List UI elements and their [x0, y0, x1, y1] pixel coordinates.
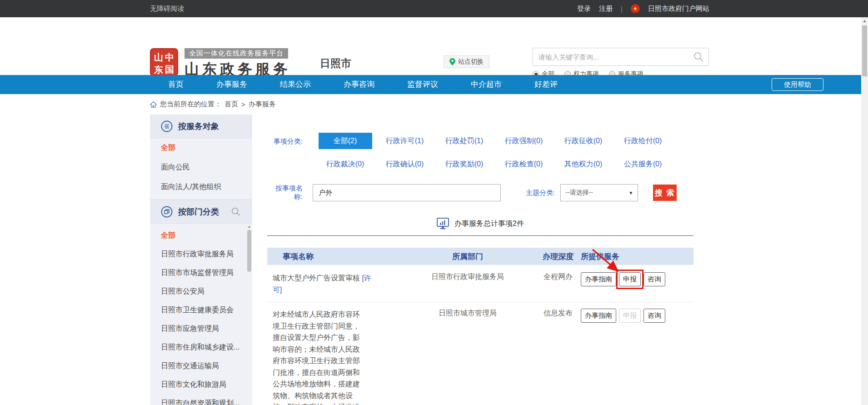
- dept-item[interactable]: 日照市交通运输局: [150, 357, 252, 375]
- tab-other-powers[interactable]: 其他权力(0): [554, 156, 613, 172]
- breadcrumb-home-link[interactable]: 首页: [224, 100, 238, 109]
- item-name-text[interactable]: 对未经城市人民政府市容环境卫生行政主管部门同意，擅自设置大型户外广告，影响市容的…: [267, 309, 381, 405]
- result-summary-text: 办事服务总计事项2件: [454, 219, 524, 229]
- nav-item-supervision[interactable]: 监督评议: [407, 75, 438, 94]
- col-header-depth: 办理深度: [535, 251, 581, 262]
- tab-public-service[interactable]: 公共服务(0): [613, 156, 673, 172]
- register-link[interactable]: 注册: [599, 5, 613, 13]
- nav-item-services[interactable]: 办事服务: [216, 75, 247, 94]
- keyword-search-box: [533, 48, 709, 66]
- login-link[interactable]: 登录: [577, 5, 591, 13]
- breadcrumb: 您当前所在的位置： 首页 > 办事服务: [150, 94, 868, 115]
- seal-char: 中: [164, 51, 175, 64]
- search-button[interactable]: 搜 索: [653, 185, 677, 201]
- apply-button[interactable]: 申报: [619, 272, 641, 286]
- col-header-item-name: 事项名称: [267, 251, 400, 262]
- item-name-label: 按事项名称:: [267, 184, 303, 201]
- portal-link[interactable]: 日照市政府门户网站: [648, 5, 709, 13]
- sidebar-scrollbar[interactable]: ▲: [247, 224, 252, 405]
- tab-administrative-inspection[interactable]: 行政检查(0): [494, 156, 554, 172]
- platform-tagline: 全国一体化在线政务服务平台: [185, 48, 288, 59]
- shandong-seal-icon: 山 中 东 国: [150, 48, 178, 76]
- result-summary: 办事服务总计事项2件: [267, 218, 693, 230]
- search-icon[interactable]: [693, 51, 704, 62]
- tab-administrative-levy[interactable]: 行政征收(0): [554, 133, 613, 149]
- scrollbar-thumb[interactable]: [862, 25, 867, 76]
- caret-down-icon: ▼: [629, 190, 633, 195]
- breadcrumb-current-link[interactable]: 办事服务: [249, 100, 276, 109]
- dept-item-all[interactable]: 全部: [150, 226, 252, 245]
- dept-item[interactable]: 日照市公安局: [150, 282, 252, 301]
- seal-char: 东: [153, 64, 164, 76]
- topic-select[interactable]: --请选择-- ▼: [560, 184, 638, 201]
- dept-item[interactable]: 日照市市场监督管理局: [150, 264, 252, 282]
- sidebar-item-citizens[interactable]: 面向公民: [150, 158, 252, 177]
- sidebar-item-legal-persons[interactable]: 面向法人/其他组织: [150, 177, 252, 197]
- nav-item-intermediary[interactable]: 中介超市: [471, 75, 502, 94]
- service-target-title: 按服务对象: [178, 121, 219, 132]
- department-search-icon[interactable]: [231, 207, 241, 217]
- nav-item-rating[interactable]: 好差评: [534, 75, 558, 94]
- tab-administrative-payment[interactable]: 行政给付(0): [613, 133, 673, 149]
- sidebar-item-all-targets[interactable]: 全部: [150, 138, 252, 158]
- main-navbar: 首页 办事服务 结果公示 办事咨询 监督评议 中介超市 好差评 使用帮助: [0, 75, 868, 94]
- tab-all[interactable]: 全部(2): [319, 133, 372, 149]
- scrollbar-thumb[interactable]: [247, 230, 251, 272]
- breadcrumb-prefix: 您当前所在的位置：: [160, 100, 221, 109]
- topbar-divider: |: [621, 5, 623, 13]
- tab-administrative-confirmation[interactable]: 行政确认(0): [375, 156, 434, 172]
- dept-item[interactable]: 日照市住房和城乡建设...: [150, 338, 252, 357]
- guide-button[interactable]: 办事指南: [581, 309, 616, 323]
- dept-item[interactable]: 日照市行政审批服务局: [150, 245, 252, 264]
- service-target-section-header: 按服务对象: [150, 115, 252, 138]
- dept-item[interactable]: 日照市文化和旅游局: [150, 375, 252, 394]
- table-row: 城市大型户外广告设置审核 [许可] 日照市行政审批服务局 全程网办 办事指南 申…: [267, 265, 693, 302]
- left-sidebar: 按服务对象 全部 面向公民 面向法人/其他组织 按部门分类 全部 日照市行: [150, 115, 252, 405]
- topic-select-value: --请选择--: [565, 189, 593, 197]
- nav-item-consult[interactable]: 办事咨询: [344, 75, 374, 94]
- search-filter-row: 按事项名称: 主题分类: --请选择-- ▼ 搜 索: [267, 184, 693, 201]
- item-name-link[interactable]: 城市大型户外广告设置审核: [273, 274, 360, 282]
- results-table-header: 事项名称 所属部门 办理深度 所提供服务: [267, 248, 693, 265]
- seal-char: 国: [164, 64, 175, 76]
- tab-administrative-penalty[interactable]: 行政处罚(1): [434, 133, 494, 149]
- location-pin-icon: [449, 58, 455, 65]
- help-button[interactable]: 使用帮助: [772, 78, 823, 91]
- category-tabs-row2: 行政裁决(0) 行政确认(0) 行政奖励(0) 行政检查(0) 其他权力(0) …: [315, 156, 693, 172]
- dept-item[interactable]: 日照市应急管理局: [150, 320, 252, 338]
- item-depth: 全程网办: [535, 272, 581, 295]
- item-name-input[interactable]: [313, 184, 501, 201]
- nav-item-home[interactable]: 首页: [168, 75, 184, 94]
- department-section-header: 按部门分类: [150, 200, 252, 224]
- apply-button-disabled: 申报: [619, 309, 641, 323]
- scroll-up-icon[interactable]: ▲: [861, 17, 868, 23]
- nav-item-results[interactable]: 结果公示: [280, 75, 311, 94]
- col-header-services: 所提供服务: [581, 251, 693, 262]
- dept-item[interactable]: 日照市自然资源和规划...: [150, 394, 252, 405]
- site-header: 山 中 东 国 全国一体化在线政务服务平台 山东政务服务 日照市 站点切换 全部: [0, 17, 868, 75]
- page-scrollbar[interactable]: ▲: [861, 17, 868, 405]
- topic-category-label: 主题分类:: [526, 189, 555, 197]
- tab-administrative-license[interactable]: 行政许可(1): [375, 133, 434, 149]
- breadcrumb-separator: >: [241, 100, 245, 108]
- consult-button[interactable]: 咨询: [644, 272, 665, 286]
- site-switch-button[interactable]: 站点切换: [444, 55, 489, 68]
- col-header-department: 所属部门: [400, 251, 535, 262]
- list-circle-icon: [161, 120, 173, 132]
- category-filter-label: 事项分类:: [267, 137, 303, 146]
- seal-char: 山: [153, 51, 164, 64]
- tab-administrative-coercion[interactable]: 行政强制(0): [494, 133, 554, 149]
- keyword-search-input[interactable]: [533, 53, 693, 61]
- accessibility-link[interactable]: 无障碍阅读: [150, 5, 184, 13]
- dept-item[interactable]: 日照市卫生健康委员会: [150, 301, 252, 320]
- tab-administrative-ruling[interactable]: 行政裁决(0): [315, 156, 375, 172]
- tab-administrative-award[interactable]: 行政奖励(0): [434, 156, 494, 172]
- category-tabs-row1: 全部(2) 行政许可(1) 行政处罚(1) 行政强制(0) 行政征收(0) 行政…: [315, 133, 693, 149]
- department-circle-icon: [161, 206, 173, 218]
- department-title: 按部门分类: [178, 206, 219, 217]
- scroll-up-icon[interactable]: ▲: [247, 224, 252, 229]
- consult-button[interactable]: 咨询: [644, 309, 665, 323]
- current-city-label: 日照市: [320, 56, 351, 70]
- guide-button[interactable]: 办事指南: [581, 272, 616, 286]
- summary-divider: [267, 235, 693, 236]
